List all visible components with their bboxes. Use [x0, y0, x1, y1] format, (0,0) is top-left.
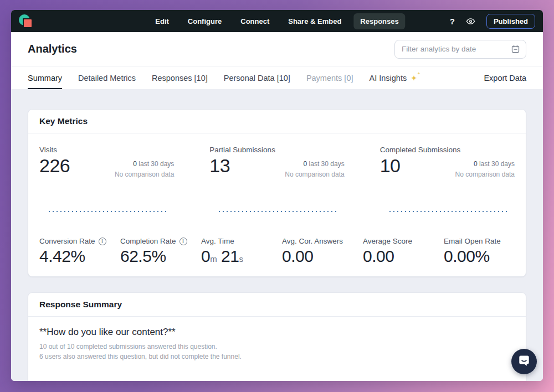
key-metrics-card: Key Metrics Visits 226 0 last 30 days No…: [28, 109, 526, 277]
chat-bubble-icon: [517, 354, 531, 369]
export-data-button[interactable]: Export Data: [484, 66, 526, 89]
metric-avg-correct-answers: Avg. Cor. Answers 0.00: [282, 237, 353, 266]
tab-ai-insights[interactable]: AI Insights ✦: [370, 66, 417, 89]
nav-item-configure[interactable]: Configure: [181, 13, 228, 29]
analytics-tabbar: Summary Detailed Metrics Responses [10] …: [11, 66, 543, 89]
nav-item-responses[interactable]: Responses: [353, 13, 405, 29]
metric-completed-value: 10: [380, 156, 401, 176]
question-meta-1: 10 out of 10 completed submissions answe…: [39, 342, 515, 352]
tab-payments[interactable]: Payments [0]: [306, 66, 353, 89]
response-summary-card: Response Summary **How do you like our c…: [28, 292, 526, 381]
metric-completed-submissions: Completed Submissions 10 0 last 30 days …: [380, 146, 515, 213]
date-filter-placeholder: Filter analytics by date: [402, 45, 476, 53]
calendar-icon: [511, 44, 520, 54]
page-title: Analytics: [28, 43, 77, 55]
response-summary-title: Response Summary: [28, 293, 526, 317]
app-window: Edit Configure Connect Share & Embed Res…: [11, 10, 543, 381]
metric-average-score: Average Score 0.00: [363, 237, 434, 266]
tab-responses[interactable]: Responses [10]: [152, 66, 208, 89]
nav-item-share-embed[interactable]: Share & Embed: [281, 13, 348, 29]
analytics-content: Key Metrics Visits 226 0 last 30 days No…: [11, 89, 543, 381]
completed-sparkline: [389, 210, 507, 213]
tab-personal-data[interactable]: Personal Data [10]: [224, 66, 290, 89]
key-metrics-secondary-row: Conversion Rate 4.42% Completion Rate 62…: [39, 237, 515, 266]
help-icon[interactable]: ?: [450, 17, 455, 26]
app-logo[interactable]: [19, 14, 34, 29]
nav-right-group: ? Published: [450, 14, 535, 29]
metric-visits-value: 226: [39, 156, 70, 176]
metric-partial-submissions: Partial Submissions 13 0 last 30 days No…: [209, 146, 344, 213]
nav-menu: Edit Configure Connect Share & Embed Res…: [148, 13, 405, 29]
question-title: **How do you like our content?**: [39, 327, 515, 338]
info-icon[interactable]: [179, 238, 187, 245]
tab-summary[interactable]: Summary: [28, 66, 62, 89]
visits-sparkline: [48, 210, 166, 213]
sparkle-icon: ✦: [411, 74, 417, 82]
metric-completion-rate: Completion Rate 62.5%: [120, 237, 191, 266]
metric-avg-time: Avg. Time 0m 21s: [201, 237, 272, 266]
logo-square: [24, 19, 32, 27]
metric-conversion-rate: Conversion Rate 4.42%: [39, 237, 110, 266]
top-nav: Edit Configure Connect Share & Embed Res…: [11, 10, 543, 32]
chat-launcher-button[interactable]: [511, 349, 537, 374]
published-button[interactable]: Published: [486, 14, 535, 29]
question-meta-2: 6 users also answered this question, but…: [39, 352, 515, 362]
tab-detailed-metrics[interactable]: Detailed Metrics: [78, 66, 136, 89]
metric-visits: Visits 226 0 last 30 days No comparison …: [39, 146, 174, 213]
preview-eye-icon[interactable]: [466, 17, 475, 26]
partial-sparkline: [218, 210, 336, 213]
key-metrics-primary-row: Visits 226 0 last 30 days No comparison …: [39, 146, 515, 213]
metric-email-open-rate: Email Open Rate 0.00%: [444, 237, 515, 266]
nav-item-connect[interactable]: Connect: [234, 13, 276, 29]
metric-partial-value: 13: [209, 156, 230, 176]
date-filter-input[interactable]: Filter analytics by date: [394, 40, 526, 59]
info-icon[interactable]: [99, 238, 106, 245]
key-metrics-title: Key Metrics: [28, 110, 526, 133]
nav-item-edit[interactable]: Edit: [148, 13, 176, 29]
page-header: Analytics Filter analytics by date: [11, 32, 543, 66]
